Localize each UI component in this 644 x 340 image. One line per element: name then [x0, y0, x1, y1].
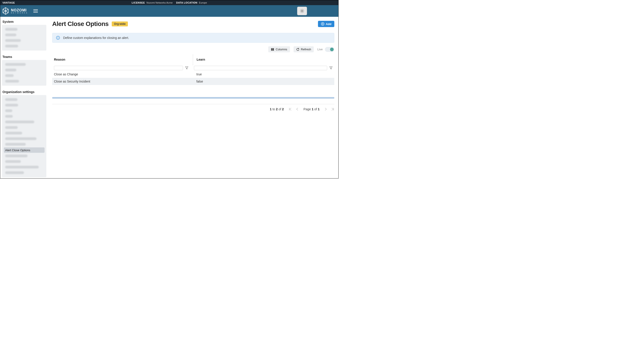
sidebar-item[interactable] — [4, 125, 44, 130]
page-to: 2 — [276, 107, 278, 111]
column-header-reason[interactable]: Reason — [52, 54, 193, 65]
header: NOZOMI NETWORKS — [0, 5, 338, 17]
sidebar-item[interactable] — [4, 119, 44, 124]
page-total-pages: 1 — [318, 107, 320, 111]
topbar: VANTAGE LICENSEE Nozomi Networks Acme DA… — [0, 0, 338, 5]
sidebar-item[interactable] — [4, 44, 44, 48]
logo-sub: NETWORKS — [11, 12, 28, 14]
page-to-word: to — [272, 107, 275, 111]
logo[interactable]: NOZOMI NETWORKS — [2, 7, 28, 15]
menu-toggle-button[interactable] — [33, 9, 38, 12]
plus-circle-icon — [321, 22, 324, 26]
horizontal-scrollbar[interactable] — [52, 97, 334, 99]
sidebar: System Teams Organization settings Alert — [0, 17, 48, 178]
gear-icon — [300, 8, 304, 13]
refresh-button[interactable]: Refresh — [294, 46, 314, 52]
cell-reason: Close as Security Incident — [52, 78, 193, 85]
prev-page-button[interactable] — [296, 108, 298, 111]
sidebar-item[interactable] — [4, 73, 44, 78]
data-location-label: DATA LOCATION — [176, 1, 198, 4]
add-button-label: Add — [326, 22, 332, 26]
sidebar-item[interactable] — [4, 103, 44, 108]
columns-icon — [271, 48, 274, 51]
chevron-left-icon — [296, 108, 298, 111]
svg-rect-4 — [271, 48, 272, 50]
product-name: VANTAGE — [0, 0, 18, 5]
page-of-word2: of — [314, 107, 317, 111]
sidebar-item[interactable] — [4, 79, 44, 84]
page-of-word: of — [278, 107, 281, 111]
sidebar-section-teams: Teams — [2, 54, 46, 60]
info-banner-text: Define custom explanations for closing a… — [63, 36, 129, 39]
next-page-button[interactable] — [324, 108, 327, 111]
sidebar-item[interactable] — [4, 165, 44, 170]
filter-icon[interactable] — [185, 66, 188, 69]
svg-rect-6 — [273, 48, 274, 50]
chevron-right-icon — [324, 108, 327, 111]
sidebar-item[interactable] — [4, 97, 44, 102]
divider — [52, 104, 334, 104]
filter-icon[interactable] — [330, 66, 332, 69]
sidebar-item-alert-close-options[interactable]: Alert Close Options — [4, 147, 44, 153]
page-current: 1 — [312, 107, 314, 111]
sidebar-item[interactable] — [4, 136, 44, 141]
page-label: Page — [304, 107, 311, 111]
sidebar-item[interactable] — [4, 153, 44, 158]
sidebar-section-system: System — [2, 19, 46, 25]
svg-rect-5 — [272, 48, 273, 50]
sidebar-section-org-settings: Organization settings — [2, 89, 46, 95]
sidebar-item[interactable] — [4, 159, 44, 164]
last-page-button[interactable] — [331, 108, 334, 111]
sidebar-item[interactable] — [4, 62, 44, 67]
cell-reason: Close as Change — [52, 71, 193, 78]
add-button[interactable]: Add — [318, 21, 334, 27]
info-icon — [56, 36, 60, 40]
scope-badge: Org-wide — [112, 21, 128, 26]
sidebar-item[interactable] — [4, 142, 44, 147]
chevron-last-icon — [331, 108, 334, 111]
settings-button[interactable] — [297, 7, 307, 15]
first-page-button[interactable] — [289, 108, 292, 111]
pagination: 1 to 2 of 2 Page 1 of 1 — [52, 107, 334, 111]
live-label: Live — [317, 48, 323, 51]
page-total: 2 — [282, 107, 284, 111]
licensee-label: LICENSEE — [132, 1, 145, 4]
columns-button[interactable]: Columns — [268, 46, 290, 52]
logo-icon — [2, 7, 9, 15]
sidebar-item[interactable] — [4, 131, 44, 136]
refresh-label: Refresh — [301, 48, 311, 51]
live-toggle[interactable] — [325, 47, 334, 52]
data-table: Reason Learn — [52, 54, 334, 85]
page-from: 1 — [270, 107, 272, 111]
licensee-value: Nozomi Networks Acme — [146, 1, 173, 4]
sidebar-item[interactable] — [4, 32, 44, 37]
svg-point-0 — [302, 10, 303, 12]
sidebar-item[interactable] — [4, 108, 44, 113]
sidebar-item[interactable] — [4, 114, 44, 119]
sidebar-item[interactable] — [4, 67, 44, 72]
column-header-learn[interactable]: Learn — [193, 54, 334, 65]
table-row[interactable]: Close as Change true — [52, 71, 334, 78]
sidebar-item[interactable] — [4, 27, 44, 32]
columns-label: Columns — [276, 48, 287, 51]
sidebar-item[interactable] — [4, 170, 44, 175]
info-banner: Define custom explanations for closing a… — [52, 33, 334, 43]
cell-learn: true — [193, 71, 334, 78]
table-row[interactable]: Close as Security Incident false — [52, 78, 334, 85]
svg-point-3 — [58, 37, 58, 37]
chevron-first-icon — [289, 108, 292, 111]
page-title: Alert Close Options — [52, 20, 108, 27]
logo-main: NOZOMI — [11, 8, 28, 12]
filter-input-learn[interactable] — [194, 66, 327, 70]
filter-input-reason[interactable] — [54, 66, 183, 70]
data-location-value: Europe — [199, 1, 207, 4]
refresh-icon — [296, 48, 300, 51]
sidebar-item[interactable] — [4, 38, 44, 43]
cell-learn: false — [193, 78, 334, 85]
content: Alert Close Options Org-wide Add Define … — [48, 17, 338, 178]
